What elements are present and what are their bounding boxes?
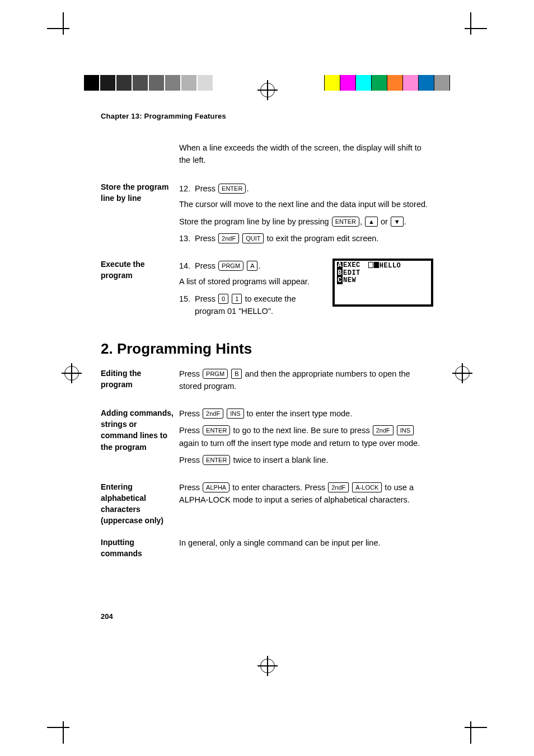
calc-slot: HELLO xyxy=(368,262,401,270)
key-2ndf-1: 2ndF xyxy=(218,233,239,243)
gray-swatch xyxy=(214,75,230,91)
key-0: 0 xyxy=(218,294,228,304)
side-add: Adding commands, strings or command line… xyxy=(101,407,179,453)
crop-mark-tr xyxy=(453,12,487,46)
add-p1a: Press xyxy=(179,409,202,418)
chapter-title: Chapter 13: Programming Features xyxy=(101,112,433,120)
box-icon-2 xyxy=(374,262,379,268)
step-13-num: 13. xyxy=(179,232,195,245)
crop-mark-br xyxy=(453,710,487,744)
crop-mark-bl xyxy=(47,710,81,744)
gray-swatch xyxy=(116,75,133,91)
step-14-text: Press PRGM A. xyxy=(195,260,325,272)
add-p2b: to go to the next line. Be sure to press xyxy=(231,426,372,435)
color-swatch xyxy=(372,75,387,91)
side-exec: Execute the program xyxy=(101,259,179,281)
calc-b-text: EDIT xyxy=(343,270,360,277)
calc-c-text: NEW xyxy=(343,277,356,284)
section-heading: 2. Programming Hints xyxy=(101,340,433,358)
step-14-a: Press xyxy=(195,261,218,270)
key-quit: QUIT xyxy=(242,233,264,243)
add-p3: Press ENTER twice to insert a blank line… xyxy=(179,454,433,466)
step-12-b: . xyxy=(246,184,249,193)
calc-c-label: C xyxy=(337,277,343,284)
gray-swatch xyxy=(165,75,181,91)
key-alpha: ALPHA xyxy=(203,482,229,492)
add-p2: Press ENTER to go to the next line. Be s… xyxy=(179,424,433,449)
step-13-b: to exit the program edit screen. xyxy=(264,234,378,243)
key-ins-2: INS xyxy=(397,425,414,435)
page-content: Chapter 13: Programming Features When a … xyxy=(101,112,433,559)
side-alpha: Entering alphabetical characters (upperc… xyxy=(101,481,179,527)
key-enter-2: ENTER xyxy=(332,217,359,227)
add-p3a: Press xyxy=(179,456,202,464)
side-edit: Editing the program xyxy=(101,368,179,391)
key-up-arrow: ▲ xyxy=(365,217,378,227)
gray-swatch xyxy=(100,75,116,91)
step-15-num: 15. xyxy=(179,293,195,318)
registration-mark-left xyxy=(64,366,79,381)
registration-mark-top xyxy=(260,83,275,97)
color-swatch xyxy=(356,75,372,91)
calc-a-label: A xyxy=(337,262,343,270)
crop-mark-tl xyxy=(47,12,81,46)
store-p2d: . xyxy=(404,217,406,226)
box-icon-1 xyxy=(368,262,373,268)
key-2ndf-4: 2ndF xyxy=(328,482,349,492)
key-ins-1: INS xyxy=(227,408,243,419)
step-12-a: Press xyxy=(195,184,218,193)
side-input: Inputting commands xyxy=(101,537,179,560)
key-prgm-1: PRGM xyxy=(218,261,243,271)
step-15-a: Press xyxy=(195,294,218,303)
key-prgm-2: PRGM xyxy=(203,369,228,379)
add-p1: Press 2ndF INS to enter the insert type … xyxy=(179,407,433,420)
add-p2c: again to turn off the insert type mode a… xyxy=(179,439,420,448)
input-text: In general, only a single command can be… xyxy=(179,537,433,549)
store-p1: The cursor will move to the next line an… xyxy=(179,198,433,210)
key-1: 1 xyxy=(232,294,242,304)
color-swatch xyxy=(403,75,419,91)
step-13-text: Press 2ndF QUIT to exit the program edit… xyxy=(195,232,433,245)
side-store: Store the program line by line xyxy=(101,181,179,204)
color-swatch xyxy=(387,75,403,91)
key-enter-3: ENTER xyxy=(203,425,230,435)
step-14-b: . xyxy=(258,261,260,270)
step-12-num: 12. xyxy=(179,182,195,195)
edit-a: Press xyxy=(179,369,202,378)
key-b: B xyxy=(231,369,242,379)
color-swatch xyxy=(434,75,450,91)
sheet: Chapter 13: Programming Features When a … xyxy=(0,0,534,756)
key-2ndf-3: 2ndF xyxy=(373,425,394,435)
key-down-arrow: ▼ xyxy=(391,217,404,227)
key-enter: ENTER xyxy=(218,184,246,194)
store-p2: Store the program line by line by pressi… xyxy=(179,215,433,228)
color-swatch xyxy=(340,75,356,91)
color-swatch-bar xyxy=(324,75,450,91)
alpha-text: Press ALPHA to enter characters. Press 2… xyxy=(179,481,433,506)
edit-text: Press PRGM B and then the appropriate nu… xyxy=(179,368,433,393)
intro-paragraph: When a line exceeds the width of the scr… xyxy=(179,142,433,167)
color-swatch xyxy=(324,75,340,91)
calc-a-text: EXEC xyxy=(343,262,360,270)
gray-swatch xyxy=(181,75,198,91)
key-a: A xyxy=(247,261,257,271)
registration-mark-right xyxy=(455,366,470,381)
alpha-a: Press xyxy=(179,483,202,492)
gray-swatch xyxy=(84,75,100,91)
key-enter-4: ENTER xyxy=(203,455,230,465)
key-alock: A-LOCK xyxy=(352,482,382,492)
grayscale-swatch-bar xyxy=(84,75,230,91)
gray-swatch xyxy=(149,75,165,91)
step-12-text: Press ENTER. xyxy=(195,182,433,195)
calc-b-label: B xyxy=(337,270,343,277)
add-p3b: twice to insert a blank line. xyxy=(231,456,328,464)
alpha-b: to enter characters. Press xyxy=(230,483,327,492)
step-13-a: Press xyxy=(195,234,218,243)
store-p2a: Store the program line by line by pressi… xyxy=(179,217,331,226)
add-p1b: to enter the insert type mode. xyxy=(245,409,353,418)
store-p2b: , xyxy=(360,217,364,226)
step-14-num: 14. xyxy=(179,260,195,272)
gray-swatch xyxy=(133,75,149,91)
page-number: 204 xyxy=(101,612,113,621)
step-15-text: Press 0 1 to execute the program 01 "HEL… xyxy=(195,293,325,318)
